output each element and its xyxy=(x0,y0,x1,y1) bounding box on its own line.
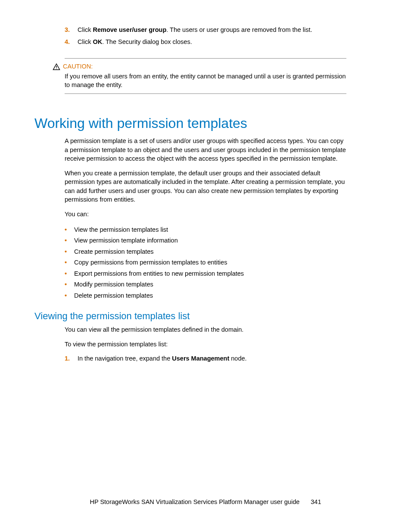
caution-text: If you remove all users from an entity, … xyxy=(65,72,346,89)
bullet-icon: • xyxy=(65,226,69,234)
page-content: 3. Click Remove user/user group. The use… xyxy=(0,0,411,363)
rule-top xyxy=(65,58,346,59)
step-text: In the navigation tree, expand the Users… xyxy=(78,355,346,363)
bullet-icon: • xyxy=(65,258,69,267)
step-text: Click Remove user/user group. The users … xyxy=(78,26,346,34)
view-para-2: To view the permission templates list: xyxy=(65,340,346,348)
list-item: •Delete permission templates xyxy=(65,292,346,300)
step-text: Click OK. The Security dialog box closes… xyxy=(78,38,346,47)
caution-callout: CAUTION: If you remove all users from an… xyxy=(65,58,346,94)
step-4: 4. Click OK. The Security dialog box clo… xyxy=(65,38,346,47)
intro-para-3: You can: xyxy=(65,210,346,218)
view-para-1: You can view all the permission template… xyxy=(65,325,346,334)
list-item: •View permission template information xyxy=(65,236,346,245)
caution-label: CAUTION: xyxy=(63,63,93,70)
caution-header: CAUTION: xyxy=(65,63,346,71)
bullet-icon: • xyxy=(65,280,69,289)
bullet-icon: • xyxy=(65,292,69,300)
heading-working-with-templates: Working with permission templates xyxy=(34,115,346,131)
bullet-icon: • xyxy=(65,248,69,256)
numbered-steps: 3. Click Remove user/user group. The use… xyxy=(65,26,346,46)
rule-bottom xyxy=(65,93,346,94)
list-item: •Export permissions from entities to new… xyxy=(65,270,346,278)
footer-title: HP StorageWorks SAN Virtualization Servi… xyxy=(90,498,299,505)
list-item: •Create permission templates xyxy=(65,248,346,256)
intro-para-2: When you create a permission template, t… xyxy=(65,169,346,204)
list-item: •Modify permission templates xyxy=(65,280,346,289)
step-number: 4. xyxy=(65,38,78,47)
svg-point-1 xyxy=(56,68,57,69)
heading-viewing-templates: Viewing the permission templates list xyxy=(34,311,346,322)
list-item: •Copy permissions from permission templa… xyxy=(65,258,346,267)
intro-para-1: A permission template is a set of users … xyxy=(65,137,346,163)
step-number: 3. xyxy=(65,26,78,34)
page-footer: HP StorageWorks SAN Virtualization Servi… xyxy=(0,498,411,505)
step-number: 1. xyxy=(65,355,78,363)
list-item: •View the permission templates list xyxy=(65,226,346,234)
step-3: 3. Click Remove user/user group. The use… xyxy=(65,26,346,34)
caution-triangle-icon xyxy=(53,63,60,71)
bullet-icon: • xyxy=(65,236,69,245)
bullet-icon: • xyxy=(65,270,69,278)
footer-page-number: 341 xyxy=(311,498,321,505)
capability-list: •View the permission templates list •Vie… xyxy=(65,226,346,300)
view-step-1: 1. In the navigation tree, expand the Us… xyxy=(65,355,346,363)
view-steps: 1. In the navigation tree, expand the Us… xyxy=(65,355,346,363)
